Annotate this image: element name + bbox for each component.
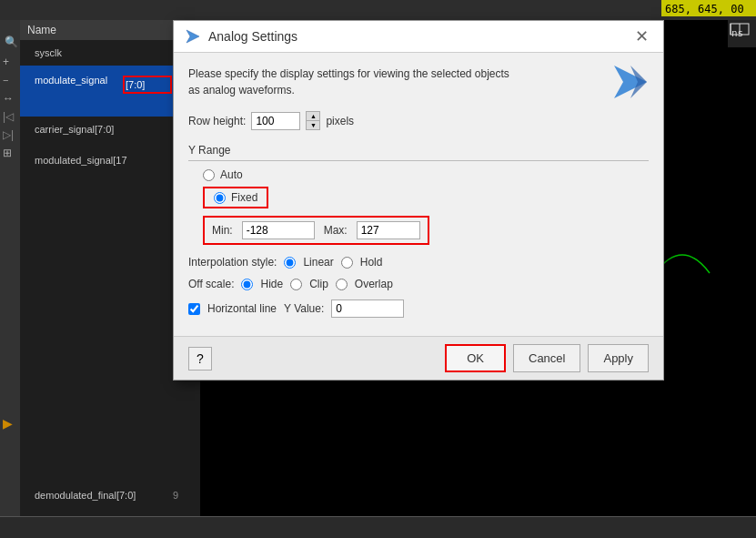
overlap-label[interactable]: Overlap [355, 278, 393, 290]
clip-radio[interactable] [290, 279, 302, 290]
ok-button[interactable]: OK [445, 344, 506, 372]
max-label: Max: [324, 224, 348, 237]
offscale-label: Off scale: [188, 278, 234, 290]
fixed-radio[interactable] [214, 192, 226, 204]
footer-action-buttons: OK Cancel Apply [445, 344, 649, 372]
dialog-title-area: Analog Settings [185, 28, 297, 45]
vivado-logo [610, 62, 650, 105]
interpolation-label: Interpolation style: [188, 256, 277, 269]
y-range-label: Y Range [188, 144, 230, 157]
svg-text:↔: ↔ [3, 92, 14, 105]
svg-text:carrier_signal[7:0]: carrier_signal[7:0] [35, 124, 114, 135]
svg-text:ns: ns [731, 27, 743, 39]
clip-label[interactable]: Clip [309, 278, 328, 290]
row-height-down[interactable]: ▼ [306, 120, 320, 130]
dialog-footer: ? OK Cancel Apply [174, 336, 663, 380]
vivado-icon [185, 28, 201, 45]
hide-label[interactable]: Hide [260, 278, 283, 290]
svg-rect-35 [0, 516, 756, 517]
interpolation-row: Interpolation style: Linear Hold [188, 256, 649, 269]
svg-text:[7:0]: [7:0] [126, 79, 145, 90]
svg-text:modulate_signal: modulate_signal [35, 75, 107, 86]
offscale-row: Off scale: Hide Clip Overlap [188, 278, 649, 290]
max-input[interactable] [357, 221, 420, 239]
svg-text:|◁: |◁ [3, 110, 15, 123]
dialog-titlebar: Analog Settings ✕ [174, 21, 663, 53]
y-value-label: Y Value: [284, 302, 324, 315]
cancel-button[interactable]: Cancel [513, 344, 580, 372]
svg-text:demodulated_final[7:0]: demodulated_final[7:0] [35, 490, 136, 501]
dialog-body: Please specify the display settings for … [174, 53, 663, 336]
hold-label[interactable]: Hold [360, 256, 383, 269]
fixed-radio-row: Fixed [203, 187, 649, 208]
svg-text:9: 9 [173, 490, 178, 501]
row-height-input[interactable] [251, 112, 300, 130]
svg-text:▷|: ▷| [3, 128, 14, 141]
y-value-input[interactable] [331, 299, 404, 318]
svg-text:⊞: ⊞ [3, 147, 12, 159]
svg-text:−: − [3, 75, 8, 86]
linear-label[interactable]: Linear [303, 256, 333, 269]
row-height-row: Row height: ▲ ▼ pixels [188, 111, 649, 130]
min-max-row: Min: Max: [203, 216, 429, 245]
apply-button[interactable]: Apply [588, 344, 649, 372]
dialog-description: Please specify the display settings for … [188, 66, 516, 98]
help-button[interactable]: ? [188, 347, 212, 371]
auto-radio[interactable] [203, 169, 215, 181]
hline-checkbox[interactable] [188, 303, 200, 315]
svg-text:🔍: 🔍 [5, 35, 18, 48]
fixed-label[interactable]: Fixed [231, 191, 257, 204]
svg-text:modulated_signal[17: modulated_signal[17 [35, 155, 127, 166]
svg-text:sysclk: sysclk [35, 47, 62, 58]
svg-text:Name: Name [27, 24, 56, 36]
hline-row: Horizontal line Y Value: [188, 299, 649, 318]
row-height-spinner: ▲ ▼ [306, 111, 320, 130]
analog-settings-dialog: Analog Settings ✕ Please specify the dis… [173, 20, 664, 381]
auto-label[interactable]: Auto [220, 168, 243, 181]
overlap-radio[interactable] [336, 279, 348, 290]
min-max-container: Min: Max: [203, 216, 649, 245]
auto-radio-row: Auto [203, 168, 649, 181]
hline-label[interactable]: Horizontal line [207, 302, 277, 315]
y-range-section: Y Range Auto Fixed Min: Ma [188, 143, 649, 245]
row-height-unit: pixels [326, 115, 354, 127]
min-label: Min: [212, 224, 233, 237]
dialog-title-text: Analog Settings [208, 29, 297, 44]
svg-text:▶: ▶ [3, 416, 13, 431]
svg-text:+: + [3, 56, 9, 68]
hold-radio[interactable] [341, 257, 353, 269]
svg-marker-36 [186, 30, 199, 43]
min-input[interactable] [242, 221, 315, 239]
fixed-radio-container[interactable]: Fixed [203, 187, 268, 208]
svg-rect-34 [0, 516, 756, 538]
linear-radio[interactable] [284, 257, 296, 269]
svg-text:685, 645, 00: 685, 645, 00 [665, 3, 744, 15]
svg-rect-1 [0, 0, 756, 20]
hide-radio[interactable] [241, 279, 253, 290]
row-height-label: Row height: [188, 115, 246, 127]
dialog-close-button[interactable]: ✕ [631, 28, 652, 45]
